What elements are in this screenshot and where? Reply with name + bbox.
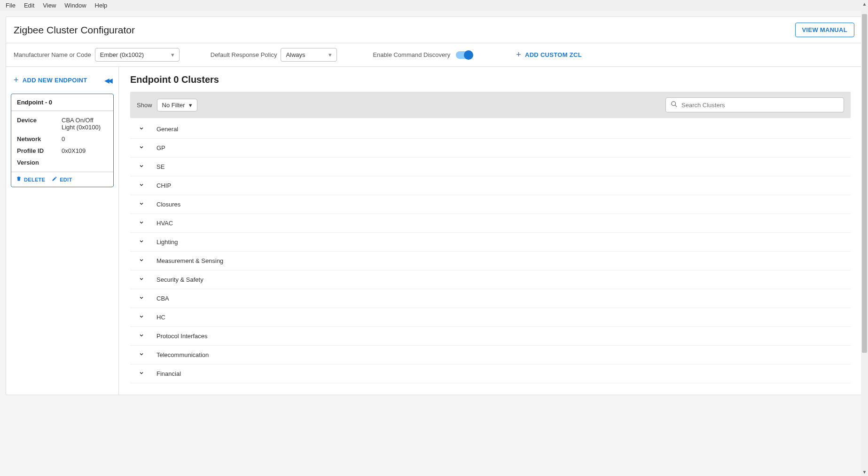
cluster-row[interactable]: Financial	[130, 365, 851, 383]
trash-icon	[16, 176, 22, 183]
pencil-icon	[52, 176, 57, 183]
add-custom-zcl-label: ADD CUSTOM ZCL	[525, 51, 582, 58]
collapse-sidebar-icon[interactable]: ◀◀	[104, 77, 114, 84]
cluster-row[interactable]: Lighting	[130, 233, 851, 252]
endpoint-card-title: Endpoint - 0	[11, 94, 113, 111]
add-custom-zcl-button[interactable]: + ADD CUSTOM ZCL	[513, 48, 585, 62]
cluster-row[interactable]: HVAC	[130, 214, 851, 233]
scrollbar-thumb[interactable]	[862, 14, 867, 353]
caret-down-icon: ▾	[171, 51, 174, 58]
endpoint-card[interactable]: Endpoint - 0 Device CBA On/Off Light (0x…	[11, 94, 114, 187]
menu-file[interactable]: File	[2, 1, 19, 10]
endpoint-row: Device CBA On/Off Light (0x0100)	[17, 117, 108, 131]
endpoint-key: Device	[17, 117, 62, 131]
cluster-label: CBA	[156, 295, 169, 302]
cluster-row[interactable]: General	[130, 120, 851, 139]
cluster-row[interactable]: Protocol Interfaces	[130, 327, 851, 346]
response-policy-select[interactable]: Always ▾	[281, 48, 337, 62]
endpoint-key: Network	[17, 135, 62, 143]
app-header: Zigbee Cluster Configurator VIEW MANUAL	[6, 17, 862, 43]
chevron-down-icon	[139, 257, 144, 264]
endpoint-card-actions: DELETE EDIT	[11, 172, 113, 187]
caret-down-icon: ▾	[328, 51, 332, 58]
cluster-label: Financial	[156, 370, 181, 377]
chevron-down-icon	[139, 314, 144, 321]
cluster-label: HC	[156, 314, 165, 321]
endpoint-row: Network 0	[17, 135, 108, 143]
add-endpoint-label: ADD NEW ENDPOINT	[23, 77, 87, 84]
cluster-label: Lighting	[156, 238, 178, 246]
chevron-down-icon	[139, 163, 144, 170]
cluster-label: GP	[156, 144, 165, 151]
cluster-label: CHIP	[156, 182, 171, 189]
manufacturer-select[interactable]: Ember (0x1002) ▾	[95, 48, 180, 62]
add-endpoint-button[interactable]: + ADD NEW ENDPOINT	[11, 73, 90, 87]
edit-label: EDIT	[60, 177, 72, 182]
cluster-label: HVAC	[156, 220, 173, 227]
cluster-row[interactable]: CBA	[130, 289, 851, 308]
cluster-row[interactable]: Telecommunication	[130, 346, 851, 365]
filter-left: Show No Filter ▾	[137, 99, 197, 111]
cluster-label: Protocol Interfaces	[156, 333, 207, 340]
cluster-label: SE	[156, 163, 164, 170]
chevron-down-icon	[139, 276, 144, 283]
cluster-list: GeneralGPSECHIPClosuresHVACLightingMeasu…	[130, 120, 851, 383]
scroll-up-icon[interactable]: ▲	[861, 1, 868, 7]
endpoint-card-body: Device CBA On/Off Light (0x0100) Network…	[11, 111, 113, 172]
toolbar: Manufacturer Name or Code Ember (0x1002)…	[6, 43, 862, 67]
filter-select[interactable]: No Filter ▾	[157, 99, 197, 111]
view-manual-button[interactable]: VIEW MANUAL	[795, 23, 854, 37]
chevron-down-icon	[139, 144, 144, 151]
cluster-row[interactable]: SE	[130, 158, 851, 176]
cluster-row[interactable]: GP	[130, 139, 851, 158]
command-discovery-toggle[interactable]	[456, 51, 473, 59]
sidebar: + ADD NEW ENDPOINT ◀◀ Endpoint - 0 Devic…	[6, 67, 119, 395]
chevron-down-icon	[139, 126, 144, 133]
menu-help[interactable]: Help	[91, 1, 111, 10]
svg-point-0	[672, 102, 676, 106]
endpoint-val	[62, 159, 108, 166]
filter-bar: Show No Filter ▾	[130, 92, 851, 118]
cluster-row[interactable]: Closures	[130, 195, 851, 214]
svg-line-1	[675, 105, 677, 107]
menu-edit[interactable]: Edit	[20, 1, 38, 10]
cluster-label: Security & Safety	[156, 276, 203, 283]
endpoint-key: Version	[17, 159, 62, 166]
delete-endpoint-button[interactable]: DELETE	[16, 176, 45, 183]
scrollbar[interactable]: ▲ ▼	[861, 0, 868, 401]
main: Endpoint 0 Clusters Show No Filter ▾ Gen	[119, 67, 862, 395]
chevron-down-icon	[139, 182, 144, 189]
menu-view[interactable]: View	[39, 1, 60, 10]
chevron-down-icon	[139, 220, 144, 227]
search-input[interactable]	[681, 102, 839, 109]
menu-bar: File Edit View Window Help	[0, 0, 868, 11]
caret-down-icon: ▾	[189, 102, 192, 109]
body: + ADD NEW ENDPOINT ◀◀ Endpoint - 0 Devic…	[6, 67, 862, 395]
cluster-row[interactable]: HC	[130, 308, 851, 327]
cluster-row[interactable]: Security & Safety	[130, 270, 851, 289]
endpoint-val: 0	[62, 135, 108, 143]
cluster-row[interactable]: Measurement & Sensing	[130, 252, 851, 270]
cluster-label: Telecommunication	[156, 351, 209, 358]
cluster-row[interactable]: CHIP	[130, 176, 851, 195]
edit-endpoint-button[interactable]: EDIT	[52, 176, 72, 183]
endpoint-val: 0x0X109	[62, 147, 108, 154]
sidebar-header: + ADD NEW ENDPOINT ◀◀	[11, 73, 114, 87]
menu-window[interactable]: Window	[61, 1, 90, 10]
filter-value: No Filter	[162, 102, 185, 109]
cluster-label: Closures	[156, 201, 180, 208]
search-box[interactable]	[665, 97, 844, 112]
search-icon	[671, 101, 678, 109]
chevron-down-icon	[139, 238, 144, 246]
response-policy-value: Always	[286, 51, 305, 58]
chevron-down-icon	[139, 201, 144, 208]
cluster-label: General	[156, 126, 178, 133]
main-title: Endpoint 0 Clusters	[130, 74, 851, 85]
show-label: Show	[137, 102, 152, 109]
chevron-down-icon	[139, 295, 144, 302]
endpoint-row: Profile ID 0x0X109	[17, 147, 108, 154]
toggle-knob	[464, 50, 473, 60]
app-title: Zigbee Cluster Configurator	[14, 24, 135, 36]
endpoint-row: Version	[17, 159, 108, 166]
endpoint-val: CBA On/Off Light (0x0100)	[62, 117, 108, 131]
